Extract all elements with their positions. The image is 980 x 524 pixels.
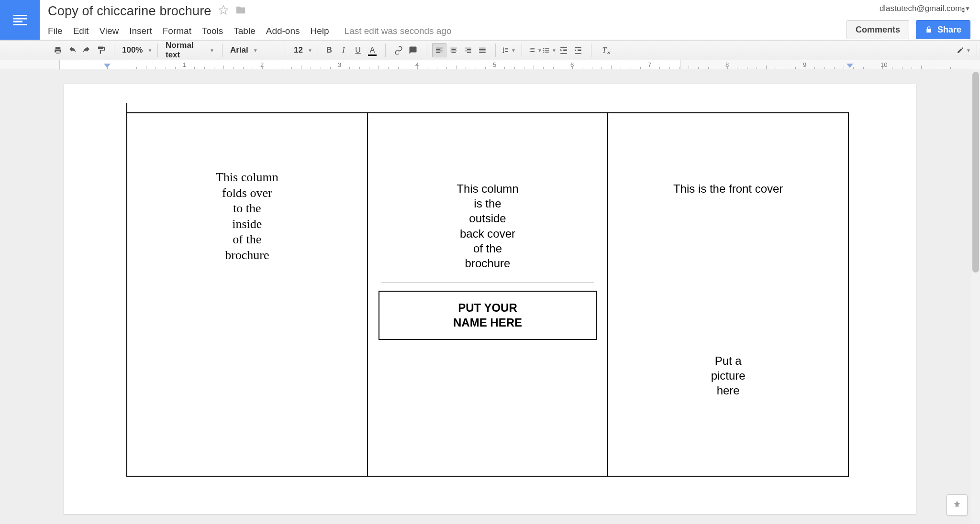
account-email: dlastutech@gmail.com — [880, 4, 962, 13]
paint-format-button[interactable] — [94, 43, 108, 57]
print-button[interactable] — [51, 43, 65, 57]
brochure-col-2[interactable]: This columnis theoutsideback coverof the… — [368, 113, 608, 476]
comments-button[interactable]: Comments — [846, 20, 909, 39]
bold-button[interactable]: B — [322, 43, 336, 57]
menu-addons[interactable]: Add-ons — [266, 26, 300, 36]
undo-button[interactable] — [65, 43, 79, 57]
decrease-indent-button[interactable] — [557, 43, 571, 57]
brochure-table[interactable]: This columnfolds overto theinsideof theb… — [126, 112, 849, 477]
col3-top-text[interactable]: This is the front cover — [613, 182, 843, 196]
clear-formatting-button[interactable]: T✕ — [597, 43, 612, 57]
share-label: Share — [937, 25, 961, 35]
explore-button[interactable] — [947, 494, 968, 515]
font-size-value: 12 — [294, 45, 303, 55]
editing-mode-button[interactable]: ▼ — [957, 43, 971, 57]
divider — [381, 283, 594, 283]
lock-icon — [925, 26, 933, 33]
menu-bar: File Edit View Insert Format Tools Table… — [0, 22, 980, 40]
ruler-number: 10 — [880, 61, 887, 68]
menu-format[interactable]: Format — [163, 26, 191, 36]
font-value: Arial — [230, 45, 248, 55]
col2-text[interactable]: This columnis theoutsideback coverof the… — [373, 181, 603, 271]
menu-insert[interactable]: Insert — [129, 26, 152, 36]
align-center-button[interactable] — [446, 43, 461, 57]
italic-button[interactable]: I — [336, 43, 351, 57]
line-spacing-button[interactable]: ▼ — [501, 43, 516, 57]
horizontal-ruler[interactable]: 12345678910 — [0, 60, 980, 70]
right-indent-marker[interactable] — [846, 64, 853, 68]
svg-point-1 — [543, 50, 544, 51]
toolbar: 100%▼ Normal text▼ Arial▼ 12▼ B I U A ▼ … — [0, 40, 980, 60]
vertical-scrollbar[interactable] — [971, 69, 980, 524]
menu-edit[interactable]: Edit — [73, 26, 89, 36]
menu-file[interactable]: File — [48, 26, 63, 36]
underline-button[interactable]: U — [351, 43, 365, 57]
name-box[interactable]: PUT YOURNAME HERE — [379, 291, 597, 339]
text-color-button[interactable]: A — [365, 43, 379, 57]
svg-point-0 — [543, 48, 544, 49]
col1-text[interactable]: This columnfolds overto theinsideof theb… — [132, 170, 362, 263]
align-right-button[interactable] — [461, 43, 475, 57]
document-title[interactable]: Copy of chiccarine brochure — [48, 4, 212, 19]
paragraph-style-select[interactable]: Normal text▼ — [161, 43, 219, 57]
table-row: This columnfolds overto theinsideof theb… — [127, 113, 848, 476]
increase-indent-button[interactable] — [571, 43, 585, 57]
bulleted-list-button[interactable]: ▼ — [542, 43, 557, 57]
col3-picture-placeholder[interactable]: Put apicturehere — [613, 353, 843, 398]
insert-comment-button[interactable] — [406, 43, 420, 57]
zoom-select[interactable]: 100%▼ — [117, 43, 155, 57]
align-justify-button[interactable] — [475, 43, 490, 57]
text-cursor — [126, 103, 127, 116]
numbered-list-button[interactable]: ▼ — [528, 43, 542, 57]
insert-link-button[interactable] — [391, 43, 406, 57]
brochure-col-1[interactable]: This columnfolds overto theinsideof theb… — [127, 113, 368, 476]
redo-button[interactable] — [79, 43, 94, 57]
svg-point-2 — [543, 52, 544, 53]
hide-menus-button[interactable] — [956, 3, 970, 17]
menu-help[interactable]: Help — [311, 26, 329, 36]
menu-view[interactable]: View — [99, 26, 119, 36]
menu-table[interactable]: Table — [234, 26, 255, 36]
brochure-col-3[interactable]: This is the front cover Put apicturehere — [608, 113, 848, 476]
share-button[interactable]: Share — [916, 20, 970, 39]
page[interactable]: This columnfolds overto theinsideof theb… — [64, 84, 916, 514]
document-canvas[interactable]: This columnfolds overto theinsideof theb… — [0, 69, 980, 524]
zoom-value: 100% — [122, 45, 143, 55]
docs-logo[interactable] — [0, 0, 40, 40]
font-size-select[interactable]: 12▼ — [289, 43, 313, 57]
menu-tools[interactable]: Tools — [202, 26, 223, 36]
left-indent-marker[interactable] — [104, 64, 111, 68]
star-icon[interactable] — [218, 5, 229, 17]
scrollbar-thumb[interactable] — [972, 72, 979, 273]
comments-label: Comments — [856, 25, 900, 35]
folder-icon[interactable] — [235, 5, 246, 17]
font-family-select[interactable]: Arial▼ — [225, 43, 283, 57]
align-left-button[interactable] — [432, 43, 446, 57]
last-edit-status[interactable]: Last edit was seconds ago — [345, 26, 452, 36]
style-value: Normal text — [166, 41, 205, 60]
